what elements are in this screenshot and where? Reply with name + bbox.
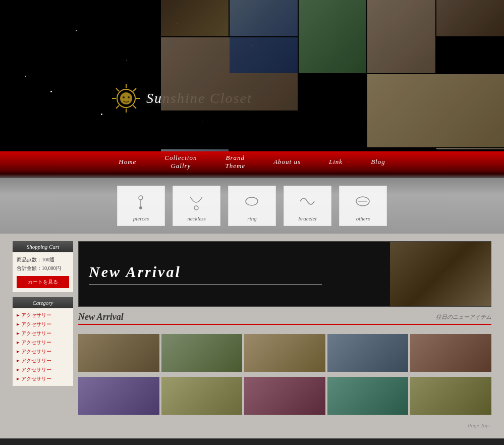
product-image: [410, 377, 491, 415]
nav-about[interactable]: About us: [259, 151, 315, 174]
pierces-label: pierces: [133, 215, 149, 221]
svg-line-6: [116, 88, 119, 91]
collage-photo: [436, 0, 504, 36]
main-area: New Arrival New Arrival 往日のニューアイテム: [78, 241, 491, 431]
sidebar-cat-item[interactable]: アクセサリー: [17, 311, 69, 320]
banner-text: New Arrival: [79, 242, 390, 306]
collage-photo: [367, 0, 435, 73]
svg-point-10: [123, 96, 125, 98]
ring-label: ring: [247, 215, 256, 221]
product-image: [410, 334, 491, 372]
product-image: [244, 334, 325, 372]
collage-photo: [367, 74, 504, 147]
ring-icon: [241, 190, 263, 213]
svg-point-14: [139, 206, 142, 209]
sidebar: Shopping Cart 商品点数：100通 合計金額：10,000円 カート…: [13, 241, 73, 431]
star: [25, 76, 26, 77]
nav-link[interactable]: Link: [315, 151, 357, 174]
main-nav: Home CollectionGallry BrandTheme About u…: [0, 151, 504, 174]
product-image: [327, 377, 409, 415]
main-content: Shopping Cart 商品点数：100通 合計金額：10,000円 カート…: [0, 234, 504, 438]
cart-total: 合計金額：10,000円: [17, 265, 69, 272]
footer-nav: Home CollectionGaltry BrandTheme About u…: [0, 438, 504, 445]
product-item[interactable]: [161, 334, 243, 372]
nav-home[interactable]: Home: [104, 151, 150, 174]
svg-point-11: [128, 96, 130, 98]
page-top[interactable]: Page Top: [78, 420, 491, 431]
svg-point-1: [120, 92, 132, 104]
svg-point-15: [194, 206, 198, 210]
sidebar-cat-item[interactable]: アクセサリー: [17, 347, 69, 356]
shopping-cart-widget: Shopping Cart 商品点数：100通 合計金額：10,000円 カート…: [13, 241, 73, 292]
bracelet-label: bracelet: [298, 215, 316, 221]
collage-photo: [436, 148, 504, 149]
star: [76, 30, 77, 31]
header: Sunshine Closet: [0, 0, 504, 151]
collage-photo: [299, 0, 366, 73]
banner-title: New Arrival: [89, 263, 380, 281]
banner-image: [390, 242, 491, 306]
cart-body: 商品点数：100通 合計金額：10,000円 カートを見る: [13, 252, 73, 292]
sun-icon: [111, 83, 141, 114]
others-label: others: [356, 215, 370, 221]
product-item[interactable]: [244, 377, 325, 415]
header-collage: [161, 0, 504, 151]
star: [126, 61, 127, 61]
product-item[interactable]: [161, 377, 243, 415]
nav-blog[interactable]: Blog: [357, 151, 400, 174]
section-title: New Arrival: [78, 312, 124, 322]
product-grid-row2: [78, 377, 491, 415]
product-item[interactable]: [78, 377, 159, 415]
section-header: New Arrival 往日のニューアイテム: [78, 312, 491, 325]
sidebar-cat-item[interactable]: アクセサリー: [17, 356, 69, 365]
product-image: [327, 334, 409, 372]
pierces-icon: [130, 190, 152, 213]
category-ring[interactable]: ring: [228, 186, 276, 226]
product-image: [161, 334, 243, 372]
cart-title: Shopping Cart: [13, 241, 73, 252]
product-grid-row1: [78, 334, 491, 372]
banner-photo: [390, 242, 491, 306]
product-image: [78, 334, 159, 372]
others-icon: [352, 190, 374, 213]
view-cart-button[interactable]: カートを見る: [17, 276, 69, 288]
category-pierces[interactable]: pierces: [117, 186, 165, 226]
collage-photo: [161, 0, 229, 36]
new-arrival-banner: New Arrival: [78, 241, 491, 307]
svg-line-8: [133, 88, 136, 91]
product-image: [244, 377, 325, 415]
banner-underline: [89, 285, 322, 285]
category-others[interactable]: others: [339, 186, 387, 226]
category-widget: Category アクセサリー アクセサリー アクセサリー アクセサリー アクセ…: [13, 297, 73, 386]
sidebar-cat-item[interactable]: アクセサリー: [17, 374, 69, 383]
category-list: アクセサリー アクセサリー アクセサリー アクセサリー アクセサリー アクセサリ…: [13, 308, 73, 386]
collage-photo: [230, 0, 297, 36]
nav-brand[interactable]: BrandTheme: [211, 151, 259, 174]
bracelet-icon: [296, 190, 319, 213]
star: [101, 114, 102, 115]
star: [50, 91, 52, 92]
neckless-label: neckless: [187, 215, 206, 221]
product-item[interactable]: [410, 334, 491, 372]
svg-point-12: [139, 196, 143, 200]
nav-collection[interactable]: CollectionGallry: [150, 151, 211, 174]
category-neckless[interactable]: neckless: [173, 186, 220, 226]
section-link[interactable]: 往日のニューアイテム: [436, 313, 491, 321]
product-item[interactable]: [327, 334, 409, 372]
collage-photo: [161, 149, 229, 151]
sidebar-cat-item[interactable]: アクセサリー: [17, 329, 69, 338]
product-item[interactable]: [410, 377, 491, 415]
product-item[interactable]: [327, 377, 409, 415]
product-item[interactable]: [244, 334, 325, 372]
product-image: [161, 377, 243, 415]
product-item[interactable]: [78, 334, 159, 372]
dark-band: [0, 174, 504, 178]
collage-photo: [230, 37, 297, 74]
svg-line-7: [133, 105, 136, 108]
sidebar-cat-item[interactable]: アクセサリー: [17, 338, 69, 347]
category-bar: pierces neckless ring bracelet: [0, 178, 504, 234]
sidebar-cat-item[interactable]: アクセサリー: [17, 365, 69, 374]
category-bracelet[interactable]: bracelet: [284, 186, 331, 226]
sidebar-cat-item[interactable]: アクセサリー: [17, 320, 69, 329]
svg-line-9: [116, 105, 119, 108]
